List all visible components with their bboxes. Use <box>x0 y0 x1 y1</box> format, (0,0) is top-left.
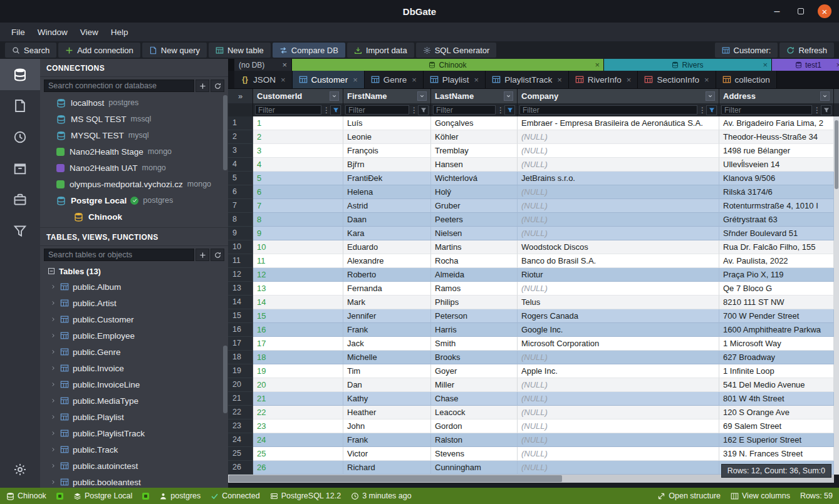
close-tab-icon[interactable]: × <box>704 76 709 84</box>
cell-lastname[interactable]: Gordon <box>431 419 518 433</box>
cell-address[interactable]: 700 W Pender Street <box>719 309 834 323</box>
column-menu-button[interactable] <box>330 91 339 101</box>
kebab-menu-icon[interactable]: ⋮ <box>813 106 820 114</box>
cell-customerid[interactable]: 13 <box>253 282 343 296</box>
cell-address[interactable]: 69 Salem Street <box>719 419 834 433</box>
cell-customerid[interactable]: 16 <box>253 323 343 337</box>
cell-firstname[interactable]: François <box>343 144 431 158</box>
cell-customerid[interactable]: 12 <box>253 268 343 282</box>
row-number[interactable]: 9 <box>228 227 253 240</box>
row-number[interactable]: 24 <box>228 433 253 447</box>
row-number[interactable]: 3 <box>228 144 253 158</box>
cell-firstname[interactable]: Jennifer <box>343 309 431 323</box>
cell-company[interactable]: JetBrains s.r.o. <box>518 172 719 185</box>
table-row[interactable]: 66HelenaHolý(NULL)Rilská 3174/6 <box>228 185 839 199</box>
close-tab-icon[interactable]: × <box>595 61 600 69</box>
maximize-button[interactable] <box>794 4 808 18</box>
connection-item-mysql-test[interactable]: MYSQL TESTmysql <box>40 127 228 143</box>
close-tab-icon[interactable]: × <box>557 76 562 84</box>
filter-input-address[interactable] <box>721 105 812 115</box>
cell-customerid[interactable]: 3 <box>253 144 343 158</box>
cell-company[interactable]: Banco do Brasil S.A. <box>518 254 719 268</box>
row-number[interactable]: 11 <box>228 254 253 268</box>
connection-item-nano2health-stage[interactable]: Nano2Health Stagemongo <box>40 143 228 160</box>
cell-firstname[interactable]: Alexandre <box>343 254 431 268</box>
filter-funnel-button[interactable] <box>504 105 515 115</box>
cell-address[interactable]: 541 Del Medio Avenue <box>719 378 834 392</box>
cell-address[interactable]: Qe 7 Bloco G <box>719 282 834 296</box>
cell-lastname[interactable]: Rocha <box>431 254 518 268</box>
expand-columns-button[interactable]: » <box>228 89 253 103</box>
cell-address[interactable]: 319 N. Frances Street <box>719 447 834 461</box>
cell-firstname[interactable]: Mark <box>343 296 431 309</box>
cell-lastname[interactable]: Miller <box>431 378 518 392</box>
vertical-scrollbar[interactable] <box>834 116 839 475</box>
cell-customerid[interactable]: 9 <box>253 227 343 240</box>
column-header-company[interactable]: Company <box>518 89 719 103</box>
cell-company[interactable]: (NULL) <box>518 213 719 227</box>
tab-playlisttrack[interactable]: PlaylistTrack× <box>486 71 569 88</box>
cell-firstname[interactable]: Leonie <box>343 130 431 144</box>
tab-collection[interactable]: collection <box>716 71 777 88</box>
toolbar-add-connection-button[interactable]: Add connection <box>58 43 140 58</box>
connection-item-localhost[interactable]: localhostpostgres <box>40 95 228 111</box>
tab-playlist[interactable]: Playlist× <box>424 71 486 88</box>
cell-lastname[interactable]: Chase <box>431 392 518 406</box>
cell-lastname[interactable]: Martins <box>431 240 518 254</box>
db-tab-chinook[interactable]: Chinook× <box>292 59 604 71</box>
cell-company[interactable]: (NULL) <box>518 144 719 158</box>
refresh-connections-button[interactable] <box>211 80 224 92</box>
tables-group[interactable]: Tables (13) <box>40 264 228 279</box>
cell-company[interactable]: (NULL) <box>518 130 719 144</box>
cell-customerid[interactable]: 2 <box>253 130 343 144</box>
cell-firstname[interactable]: Helena <box>343 185 431 199</box>
status-3-minutes-ago[interactable]: 3 minutes ago <box>351 491 412 500</box>
cell-customerid[interactable]: 23 <box>253 419 343 433</box>
cell-address[interactable]: Sřnder Boulevard 51 <box>719 227 834 240</box>
kebab-menu-icon[interactable]: ⋮ <box>699 106 705 114</box>
cell-address[interactable]: Rua Dr. Falcão Filho, 155 <box>719 240 834 254</box>
activitybar-plugins[interactable] <box>0 184 40 215</box>
table-item-public-invoiceline[interactable]: public.InvoiceLine <box>40 376 228 393</box>
db-tab-no-db[interactable]: (no DB)× <box>234 59 292 71</box>
cell-company[interactable]: Apple Inc. <box>518 364 719 378</box>
column-menu-button[interactable] <box>504 91 513 101</box>
cell-customerid[interactable]: 6 <box>253 185 343 199</box>
cell-customerid[interactable]: 18 <box>253 351 343 364</box>
cell-address[interactable]: Rilská 3174/6 <box>719 185 834 199</box>
cell-customerid[interactable]: 19 <box>253 364 343 378</box>
cell-lastname[interactable]: Almeida <box>431 268 518 282</box>
cell-firstname[interactable]: Bjřrn <box>343 158 431 172</box>
tables-scrollbar[interactable] <box>223 346 227 413</box>
filter-input-lastname[interactable] <box>433 105 496 115</box>
table-row[interactable]: 1313FernandaRamos(NULL)Qe 7 Bloco G <box>228 282 839 296</box>
cell-lastname[interactable]: Goyer <box>431 364 518 378</box>
status-rows-59[interactable]: Rows: 59 <box>800 491 833 500</box>
close-tab-icon[interactable]: × <box>627 76 632 84</box>
activitybar-history[interactable] <box>0 121 40 153</box>
cell-lastname[interactable]: Ralston <box>431 433 518 447</box>
cell-company[interactable]: Microsoft Corporation <box>518 337 719 351</box>
filter-funnel-button[interactable] <box>706 105 717 115</box>
table-row[interactable]: 22LeonieKöhler(NULL)Theodor-Heuss-Straße… <box>228 130 839 144</box>
cell-customerid[interactable]: 5 <box>253 172 343 185</box>
table-item-public-autoinctest[interactable]: public.autoinctest <box>40 458 228 474</box>
status-chinook[interactable]: Chinook <box>6 491 46 500</box>
row-number[interactable]: 20 <box>228 378 253 392</box>
cell-address[interactable]: Rotenturmstraße 4, 1010 I <box>719 199 834 213</box>
cell-lastname[interactable]: Brooks <box>431 351 518 364</box>
cell-lastname[interactable]: Köhler <box>431 130 518 144</box>
cell-lastname[interactable]: Hansen <box>431 158 518 172</box>
cell-firstname[interactable]: Tim <box>343 364 431 378</box>
row-number[interactable]: 25 <box>228 447 253 461</box>
cell-firstname[interactable]: Jack <box>343 337 431 351</box>
toolbar-customer-button[interactable]: Customer: <box>715 43 778 58</box>
row-number[interactable]: 5 <box>228 172 253 185</box>
cell-address[interactable]: 1 Microsoft Way <box>719 337 834 351</box>
row-number[interactable]: 4 <box>228 158 253 172</box>
cell-firstname[interactable]: FrantiĐek <box>343 172 431 185</box>
menu-window[interactable]: Window <box>31 25 74 39</box>
cell-firstname[interactable]: Heather <box>343 406 431 419</box>
cell-company[interactable]: (NULL) <box>518 433 719 447</box>
cell-lastname[interactable]: Peeters <box>431 213 518 227</box>
